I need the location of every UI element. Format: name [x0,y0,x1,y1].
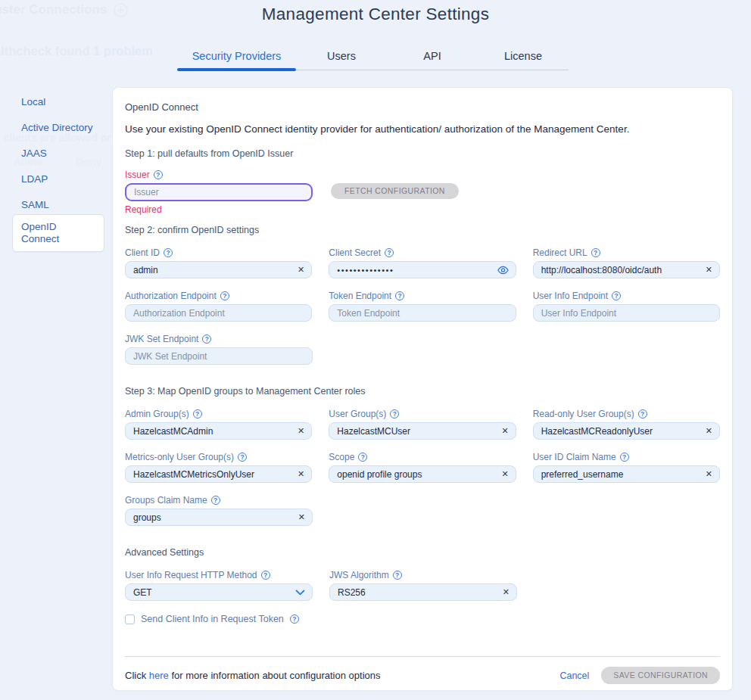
tab-license[interactable]: License [478,47,569,70]
help-icon[interactable]: ? [261,571,270,580]
token-endpoint-field: Token Endpoint? [329,291,516,322]
clear-icon[interactable]: ✕ [706,470,712,478]
panel-footer: Click here for more information about co… [125,657,720,694]
help-icon[interactable]: ? [193,409,202,418]
admin-groups-input[interactable] [133,426,293,437]
help-icon[interactable]: ? [238,453,247,462]
security-provider-sidebar: Local Active Directory JAAS LDAP SAML Op… [12,96,104,266]
help-icon[interactable]: ? [211,496,220,505]
client-id-input[interactable] [133,265,293,275]
help-icon[interactable]: ? [612,291,621,300]
clear-icon[interactable]: ✕ [298,427,304,435]
user-info-endpoint-input[interactable] [541,308,712,319]
eye-icon[interactable] [497,266,509,275]
readonly-groups-field: Read-only User Group(s)? ✕ [533,409,720,440]
help-icon[interactable]: ? [393,571,402,580]
user-groups-field: User Group(s)? ✕ [329,409,516,440]
fetch-configuration-button[interactable]: FETCH CONFIGURATION [331,183,459,199]
issuer-required-message: Required [125,204,720,215]
sidebar-item-active-directory[interactable]: Active Directory [12,122,104,134]
sidebar-item-jaas[interactable]: JAAS [12,148,104,160]
help-icon[interactable]: ? [202,334,211,344]
help-icon[interactable]: ? [395,291,404,300]
cancel-button[interactable]: Cancel [559,670,589,681]
user-groups-input[interactable] [337,426,497,437]
issuer-input-box [125,183,313,201]
send-client-info-label: Send Client Info in Request Token [141,614,284,624]
tab-bar: Security Providers Users API License [177,47,569,70]
panel-description: Use your existing OpenID Connect identit… [125,123,720,135]
jws-algorithm-input[interactable] [338,587,498,598]
step2-heading: Step 2: confirm OpenID settings [125,225,720,235]
step3-heading: Step 3: Map OpenID groups to Management … [125,386,720,397]
help-icon[interactable]: ? [164,248,173,257]
metrics-groups-input[interactable] [133,469,293,480]
help-icon[interactable]: ? [390,409,399,418]
tab-api[interactable]: API [387,47,478,70]
save-configuration-button[interactable]: SAVE CONFIGURATION [601,667,720,684]
client-id-field: Client ID? ✕ [125,247,312,278]
redirect-url-input[interactable] [541,265,701,275]
page-title: Management Center Settings [0,5,751,24]
chevron-down-icon[interactable] [295,590,305,596]
help-icon[interactable]: ? [591,248,600,257]
issuer-input[interactable] [134,187,304,198]
groups-claim-field: Groups Claim Name? ✕ [125,495,313,526]
user-info-endpoint-field: User Info Endpoint? [533,291,720,322]
help-icon[interactable]: ? [385,248,394,257]
help-icon[interactable]: ? [358,453,367,462]
background-healthcheck-text: althcheck found 1 problem [0,44,153,58]
admin-groups-field: Admin Group(s)? ✕ [125,409,312,440]
scope-field: Scope? ✕ [329,452,516,483]
groups-claim-input[interactable] [133,512,294,523]
tab-users[interactable]: Users [296,47,387,70]
tab-security-providers[interactable]: Security Providers [177,47,296,70]
send-client-info-checkbox[interactable] [125,614,135,624]
client-secret-input[interactable] [337,266,492,275]
openid-connect-panel: OpenID Connect Use your existing OpenID … [112,87,733,691]
footer-info-text: Click here for more information about co… [125,670,381,681]
token-endpoint-input[interactable] [337,308,508,319]
clear-icon[interactable]: ✕ [706,266,712,274]
clear-icon[interactable]: ✕ [501,427,508,435]
here-link[interactable]: here [149,670,169,681]
user-id-claim-input[interactable] [541,469,701,480]
clear-icon[interactable]: ✕ [298,266,304,274]
authorization-endpoint-field: Authorization Endpoint? [125,291,312,322]
http-method-select[interactable] [125,583,313,601]
jwk-set-endpoint-input[interactable] [133,351,305,362]
panel-heading: OpenID Connect [125,101,720,113]
jws-algorithm-field: JWS Algorithm? ✕ [329,570,517,601]
jwk-set-endpoint-field: JWK Set Endpoint? [125,334,313,365]
sidebar-item-openid-connect[interactable]: OpenID Connect [12,214,104,252]
clear-icon[interactable]: ✕ [298,513,305,521]
user-id-claim-field: User ID Claim Name? ✕ [533,452,720,483]
readonly-groups-input[interactable] [541,426,701,437]
metrics-groups-field: Metrics-only User Group(s)? ✕ [125,452,312,483]
clear-icon[interactable]: ✕ [706,427,712,435]
clear-icon[interactable]: ✕ [298,470,304,478]
clear-icon[interactable]: ✕ [501,470,508,478]
redirect-url-field: Redirect URL? ✕ [533,247,720,278]
help-icon[interactable]: ? [154,170,163,179]
sidebar-item-saml[interactable]: SAML [12,199,104,211]
authorization-endpoint-input[interactable] [133,308,304,319]
sidebar-item-local[interactable]: Local [12,96,104,108]
http-method-value[interactable] [133,587,291,598]
sidebar-item-ldap[interactable]: LDAP [12,173,104,185]
step1-heading: Step 1: pull defaults from OpenID Issuer [125,148,720,159]
clear-icon[interactable]: ✕ [503,588,509,596]
help-icon[interactable]: ? [290,614,299,624]
advanced-settings-heading: Advanced Settings [125,547,720,558]
http-method-field: User Info Request HTTP Method? [125,570,313,601]
send-client-info-row: Send Client Info in Request Token ? [125,614,720,624]
help-icon[interactable]: ? [620,453,629,462]
scope-input[interactable] [337,469,497,480]
help-icon[interactable]: ? [638,409,647,418]
help-icon[interactable]: ? [220,291,229,300]
client-secret-field: Client Secret? [329,247,516,278]
issuer-label: Issuer ? [125,170,720,180]
